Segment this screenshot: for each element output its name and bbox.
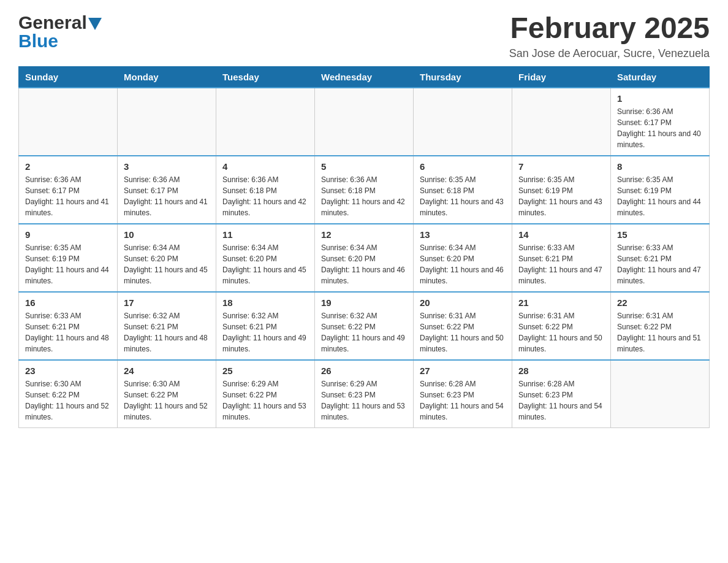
calendar-cell: 15Sunrise: 6:33 AM Sunset: 6:21 PM Dayli… (611, 224, 710, 292)
day-info: Sunrise: 6:36 AM Sunset: 6:18 PM Dayligh… (321, 174, 407, 218)
day-info: Sunrise: 6:36 AM Sunset: 6:17 PM Dayligh… (124, 174, 210, 218)
header-wednesday: Wednesday (315, 66, 414, 88)
logo-blue-text: Blue (18, 31, 58, 52)
header-saturday: Saturday (611, 66, 710, 88)
calendar-cell (19, 88, 118, 156)
calendar-cell: 19Sunrise: 6:32 AM Sunset: 6:22 PM Dayli… (315, 292, 414, 360)
day-info: Sunrise: 6:31 AM Sunset: 6:22 PM Dayligh… (518, 310, 604, 354)
day-info: Sunrise: 6:32 AM Sunset: 6:21 PM Dayligh… (222, 310, 308, 354)
calendar-cell (512, 88, 611, 156)
calendar-cell: 9Sunrise: 6:35 AM Sunset: 6:19 PM Daylig… (19, 224, 118, 292)
day-number: 16 (25, 297, 111, 308)
day-info: Sunrise: 6:31 AM Sunset: 6:22 PM Dayligh… (420, 310, 506, 354)
calendar-cell: 17Sunrise: 6:32 AM Sunset: 6:21 PM Dayli… (118, 292, 216, 360)
day-number: 11 (222, 229, 308, 240)
day-info: Sunrise: 6:36 AM Sunset: 6:17 PM Dayligh… (617, 106, 703, 150)
svg-marker-0 (88, 18, 102, 30)
location-text: San Jose de Aerocuar, Sucre, Venezuela (509, 47, 710, 60)
calendar-cell: 23Sunrise: 6:30 AM Sunset: 6:22 PM Dayli… (19, 360, 118, 428)
calendar-cell: 3Sunrise: 6:36 AM Sunset: 6:17 PM Daylig… (118, 156, 216, 224)
day-info: Sunrise: 6:30 AM Sunset: 6:22 PM Dayligh… (25, 378, 111, 423)
day-number: 19 (321, 297, 407, 308)
page-header: General Blue February 2025 San Jose de A… (18, 12, 710, 60)
calendar-cell (118, 88, 216, 156)
day-info: Sunrise: 6:35 AM Sunset: 6:19 PM Dayligh… (518, 174, 604, 218)
header-friday: Friday (512, 66, 611, 88)
calendar-cell: 13Sunrise: 6:34 AM Sunset: 6:20 PM Dayli… (414, 224, 512, 292)
day-info: Sunrise: 6:29 AM Sunset: 6:22 PM Dayligh… (222, 378, 308, 423)
calendar-cell: 21Sunrise: 6:31 AM Sunset: 6:22 PM Dayli… (512, 292, 611, 360)
day-info: Sunrise: 6:35 AM Sunset: 6:19 PM Dayligh… (617, 174, 703, 218)
day-number: 12 (321, 229, 407, 240)
day-number: 2 (25, 161, 111, 172)
day-info: Sunrise: 6:30 AM Sunset: 6:22 PM Dayligh… (124, 378, 210, 423)
day-info: Sunrise: 6:33 AM Sunset: 6:21 PM Dayligh… (25, 310, 111, 354)
calendar-cell: 27Sunrise: 6:28 AM Sunset: 6:23 PM Dayli… (414, 360, 512, 428)
calendar-cell: 14Sunrise: 6:33 AM Sunset: 6:21 PM Dayli… (512, 224, 611, 292)
calendar-table: SundayMondayTuesdayWednesdayThursdayFrid… (18, 66, 710, 428)
calendar-cell: 26Sunrise: 6:29 AM Sunset: 6:23 PM Dayli… (315, 360, 414, 428)
day-number: 26 (321, 366, 407, 376)
day-info: Sunrise: 6:33 AM Sunset: 6:21 PM Dayligh… (518, 242, 604, 286)
day-number: 9 (25, 229, 111, 240)
day-info: Sunrise: 6:28 AM Sunset: 6:23 PM Dayligh… (420, 378, 506, 423)
calendar-cell: 2Sunrise: 6:36 AM Sunset: 6:17 PM Daylig… (19, 156, 118, 224)
days-of-week-row: SundayMondayTuesdayWednesdayThursdayFrid… (19, 66, 710, 88)
day-number: 1 (617, 93, 703, 104)
calendar-cell: 10Sunrise: 6:34 AM Sunset: 6:20 PM Dayli… (118, 224, 216, 292)
day-number: 6 (420, 161, 506, 172)
week-row-4: 16Sunrise: 6:33 AM Sunset: 6:21 PM Dayli… (19, 292, 710, 360)
calendar-cell: 24Sunrise: 6:30 AM Sunset: 6:22 PM Dayli… (118, 360, 216, 428)
calendar-cell: 6Sunrise: 6:35 AM Sunset: 6:18 PM Daylig… (414, 156, 512, 224)
calendar-cell (611, 360, 710, 428)
calendar-cell (315, 88, 414, 156)
calendar-cell: 8Sunrise: 6:35 AM Sunset: 6:19 PM Daylig… (611, 156, 710, 224)
day-number: 23 (25, 366, 111, 376)
day-info: Sunrise: 6:32 AM Sunset: 6:21 PM Dayligh… (124, 310, 210, 354)
calendar-body: 1Sunrise: 6:36 AM Sunset: 6:17 PM Daylig… (19, 88, 710, 428)
day-number: 8 (617, 161, 703, 172)
day-info: Sunrise: 6:36 AM Sunset: 6:18 PM Dayligh… (222, 174, 308, 218)
calendar-cell: 20Sunrise: 6:31 AM Sunset: 6:22 PM Dayli… (414, 292, 512, 360)
day-number: 14 (518, 229, 604, 240)
week-row-2: 2Sunrise: 6:36 AM Sunset: 6:17 PM Daylig… (19, 156, 710, 224)
title-area: February 2025 San Jose de Aerocuar, Sucr… (509, 12, 710, 60)
day-number: 24 (124, 366, 210, 376)
day-number: 28 (518, 366, 604, 376)
day-number: 10 (124, 229, 210, 240)
day-info: Sunrise: 6:31 AM Sunset: 6:22 PM Dayligh… (617, 310, 703, 354)
calendar-cell (414, 88, 512, 156)
week-row-1: 1Sunrise: 6:36 AM Sunset: 6:17 PM Daylig… (19, 88, 710, 156)
day-info: Sunrise: 6:32 AM Sunset: 6:22 PM Dayligh… (321, 310, 407, 354)
day-number: 21 (518, 297, 604, 308)
header-monday: Monday (118, 66, 216, 88)
day-info: Sunrise: 6:34 AM Sunset: 6:20 PM Dayligh… (222, 242, 308, 286)
day-number: 7 (518, 161, 604, 172)
calendar-cell: 5Sunrise: 6:36 AM Sunset: 6:18 PM Daylig… (315, 156, 414, 224)
calendar-cell: 1Sunrise: 6:36 AM Sunset: 6:17 PM Daylig… (611, 88, 710, 156)
header-sunday: Sunday (19, 66, 118, 88)
week-row-5: 23Sunrise: 6:30 AM Sunset: 6:22 PM Dayli… (19, 360, 710, 428)
week-row-3: 9Sunrise: 6:35 AM Sunset: 6:19 PM Daylig… (19, 224, 710, 292)
day-info: Sunrise: 6:29 AM Sunset: 6:23 PM Dayligh… (321, 378, 407, 423)
calendar-cell: 11Sunrise: 6:34 AM Sunset: 6:20 PM Dayli… (216, 224, 315, 292)
calendar-cell: 22Sunrise: 6:31 AM Sunset: 6:22 PM Dayli… (611, 292, 710, 360)
calendar-cell (216, 88, 315, 156)
day-info: Sunrise: 6:34 AM Sunset: 6:20 PM Dayligh… (124, 242, 210, 286)
day-info: Sunrise: 6:28 AM Sunset: 6:23 PM Dayligh… (518, 378, 604, 423)
day-info: Sunrise: 6:35 AM Sunset: 6:19 PM Dayligh… (25, 242, 111, 286)
logo-triangle-icon (88, 18, 102, 30)
calendar-cell: 4Sunrise: 6:36 AM Sunset: 6:18 PM Daylig… (216, 156, 315, 224)
day-number: 27 (420, 366, 506, 376)
day-number: 25 (222, 366, 308, 376)
day-info: Sunrise: 6:34 AM Sunset: 6:20 PM Dayligh… (420, 242, 506, 286)
day-number: 13 (420, 229, 506, 240)
day-info: Sunrise: 6:35 AM Sunset: 6:18 PM Dayligh… (420, 174, 506, 218)
day-number: 18 (222, 297, 308, 308)
day-number: 3 (124, 161, 210, 172)
logo-general-text: General (18, 12, 87, 33)
logo: General Blue (18, 12, 102, 52)
day-number: 4 (222, 161, 308, 172)
day-number: 15 (617, 229, 703, 240)
calendar-header: SundayMondayTuesdayWednesdayThursdayFrid… (19, 66, 710, 88)
